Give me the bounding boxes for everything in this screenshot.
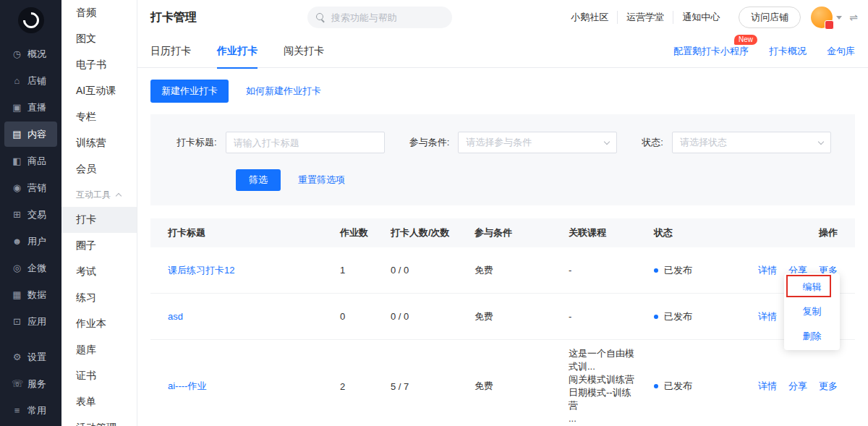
- tab-challenge-checkin[interactable]: 闯关打卡: [284, 35, 324, 68]
- filter-title-label: 打卡标题:: [176, 136, 217, 149]
- course-line: 日期模式--训练营: [569, 386, 637, 412]
- sidebar-item-service[interactable]: ☏ 服务: [4, 371, 57, 396]
- sidebar-item-users[interactable]: ☻ 用户: [4, 229, 57, 254]
- subnav-item-homework-book[interactable]: 作业本: [61, 311, 137, 337]
- status-text: 已发布: [664, 310, 692, 323]
- subnav-item-ai-course[interactable]: AI互动课: [61, 78, 137, 104]
- sidebar-item-trade[interactable]: ⊞ 交易: [4, 202, 57, 227]
- filter-button[interactable]: 筛选: [236, 169, 281, 191]
- link-community[interactable]: 小鹅社区: [562, 11, 617, 24]
- sidebar-item-wecom[interactable]: ◎ 企微: [4, 255, 57, 281]
- menu-item-edit[interactable]: 编辑: [784, 275, 840, 299]
- subnav-item-certificate[interactable]: 证书: [61, 363, 137, 389]
- sidebar-item-content[interactable]: ▤ 内容: [4, 122, 57, 147]
- condition-select-placeholder: 请选择参与条件: [466, 136, 532, 149]
- primary-sidebar: ◷ 概况 ⌂ 店铺 ▣ 直播 ▤ 内容 ◧ 商品 ◉ 营销 ⊞ 交易 ☻ 用户: [0, 0, 61, 426]
- filter-group-status: 状态: 请选择状态: [642, 132, 831, 153]
- menu-item-copy[interactable]: 复制: [784, 299, 840, 324]
- subnav-item-form[interactable]: 表单: [61, 389, 137, 415]
- apps-icon: ⊡: [12, 316, 22, 327]
- sidebar-item-data[interactable]: ▦ 数据: [4, 282, 57, 307]
- subnav-item-checkin[interactable]: 打卡: [61, 207, 137, 233]
- subnav-item-activity[interactable]: 活动管理: [61, 415, 137, 426]
- subnav-item-membership[interactable]: 会员: [61, 156, 137, 182]
- page-title: 打卡管理: [150, 10, 197, 25]
- sidebar-item-settings[interactable]: ⚙ 设置: [4, 344, 57, 370]
- sidebar-item-shop[interactable]: ⌂ 店铺: [4, 68, 57, 93]
- wecom-icon: ◎: [12, 263, 22, 273]
- share-link[interactable]: 分享: [788, 380, 807, 393]
- subnav-item-practice[interactable]: 练习: [61, 285, 137, 311]
- subnav-item-camp[interactable]: 训练营: [61, 130, 137, 156]
- row-title-link[interactable]: asd: [150, 311, 323, 322]
- detail-link[interactable]: 详情: [758, 310, 777, 323]
- live-icon: ▣: [12, 102, 22, 113]
- search-area: [197, 7, 562, 28]
- link-notifications[interactable]: 通知中心: [673, 11, 728, 24]
- visit-shop-button[interactable]: 访问店铺: [739, 7, 801, 28]
- sidebar-item-label: 数据: [27, 289, 46, 302]
- status-text: 已发布: [664, 380, 692, 393]
- subnav-item-circle[interactable]: 圈子: [61, 233, 137, 259]
- subnav-item-column[interactable]: 专栏: [61, 104, 137, 130]
- subnav-item-audio[interactable]: 音频: [61, 0, 137, 26]
- col-header-title: 打卡标题: [150, 226, 323, 239]
- condition-select[interactable]: 请选择参与条件: [458, 132, 617, 153]
- sidebar-item-label: 商品: [27, 155, 46, 168]
- sidebar-item-apps[interactable]: ⊡ 应用: [4, 309, 57, 334]
- sidebar-item-overview[interactable]: ◷ 概况: [4, 41, 57, 67]
- tab-calendar-checkin[interactable]: 日历打卡: [150, 35, 191, 68]
- tab-homework-checkin[interactable]: 作业打卡: [217, 35, 258, 68]
- filter-condition-label: 参与条件:: [409, 136, 450, 149]
- more-link[interactable]: 更多: [819, 380, 838, 393]
- link-checkin-overview[interactable]: 打卡概况: [769, 45, 807, 58]
- settings-icon: ⚙: [12, 352, 22, 362]
- app-logo[interactable]: [0, 0, 61, 41]
- link-quote-library[interactable]: 金句库: [827, 45, 855, 58]
- sidebar-item-label: 概况: [27, 48, 46, 61]
- sidebar-item-label: 直播: [27, 101, 46, 114]
- subnav-item-exam[interactable]: 考试: [61, 259, 137, 285]
- reset-filters-link[interactable]: 重置筛选项: [298, 174, 345, 187]
- search-input[interactable]: [331, 12, 443, 23]
- link-academy[interactable]: 运营学堂: [617, 11, 673, 24]
- chevron-up-icon: [116, 192, 122, 198]
- row-course: -: [551, 311, 637, 322]
- sidebar-item-favorites[interactable]: ≡ 常用: [4, 398, 57, 423]
- status-dot: [654, 268, 658, 273]
- chevron-down-icon: [818, 139, 824, 145]
- detail-link[interactable]: 详情: [758, 380, 777, 393]
- new-homework-checkin-button[interactable]: 新建作业打卡: [150, 80, 229, 103]
- menu-item-delete[interactable]: 删除: [784, 324, 840, 349]
- subnav-item-image-text[interactable]: 图文: [61, 26, 137, 52]
- row-status: 已发布: [637, 264, 746, 277]
- filter-row: 打卡标题: 参与条件: 请选择参与条件 状态: 请选择状态: [176, 132, 855, 153]
- switch-account-icon[interactable]: ⇌: [849, 12, 858, 23]
- account-menu[interactable]: [811, 7, 842, 28]
- course-line: ...: [569, 412, 637, 425]
- checkin-title-input[interactable]: [226, 132, 385, 153]
- detail-link[interactable]: 详情: [758, 264, 777, 277]
- table-row: 课后练习打卡12 1 0 / 0 免费 - 已发布 详情 分享 更多: [150, 247, 855, 294]
- search-box[interactable]: [307, 7, 452, 28]
- app-window: ◷ 概况 ⌂ 店铺 ▣ 直播 ▤ 内容 ◧ 商品 ◉ 营销 ⊞ 交易 ☻ 用户: [0, 0, 868, 426]
- status-select[interactable]: 请选择状态: [672, 132, 831, 153]
- filter-panel: 打卡标题: 参与条件: 请选择参与条件 状态: 请选择状态: [150, 114, 855, 205]
- subnav-group-interactive-tools[interactable]: 互动工具: [61, 182, 137, 207]
- top-links: 小鹅社区 运营学堂 通知中心: [562, 11, 728, 24]
- row-title-link[interactable]: 课后练习打卡12: [150, 264, 323, 277]
- how-to-create-link[interactable]: 如何新建作业打卡: [246, 85, 321, 98]
- subnav-item-question-bank[interactable]: 题库: [61, 337, 137, 363]
- sidebar-item-goods[interactable]: ◧ 商品: [4, 148, 57, 174]
- sidebar-item-marketing[interactable]: ◉ 营销: [4, 175, 57, 200]
- subnav-group-label: 互动工具: [76, 189, 111, 201]
- chevron-down-icon: [836, 16, 842, 20]
- link-configure-miniprogram[interactable]: 配置鹅打卡小程序 New: [673, 45, 749, 58]
- subnav-item-ebook[interactable]: 电子书: [61, 52, 137, 78]
- data-icon: ▦: [12, 289, 22, 300]
- sidebar-item-live[interactable]: ▣ 直播: [4, 95, 57, 120]
- avatar[interactable]: [811, 7, 833, 28]
- course-line: 闯关模式训练营: [569, 373, 637, 386]
- trade-icon: ⊞: [12, 209, 22, 220]
- row-title-link[interactable]: ai----作业: [150, 380, 323, 393]
